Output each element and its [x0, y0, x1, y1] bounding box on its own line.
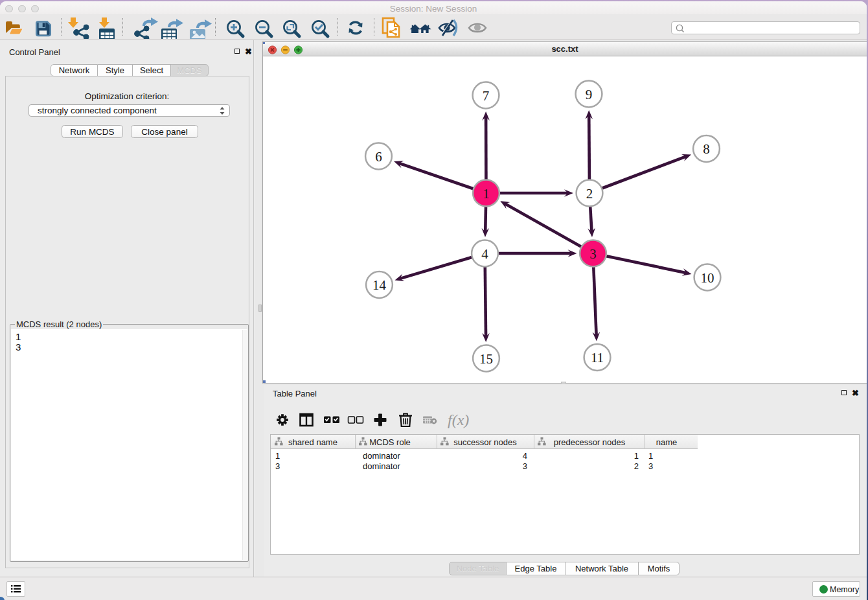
svg-text:3: 3: [589, 246, 597, 262]
svg-text:7: 7: [483, 88, 490, 104]
svg-text:15: 15: [479, 351, 493, 367]
svg-text:11: 11: [591, 350, 604, 365]
svg-text:14: 14: [372, 277, 387, 293]
svg-text:1: 1: [483, 186, 490, 202]
svg-text:4: 4: [481, 246, 488, 262]
svg-text:f(x): f(x): [448, 411, 469, 428]
svg-text:2: 2: [586, 186, 593, 202]
svg-text:9: 9: [586, 87, 593, 102]
svg-text:8: 8: [703, 141, 710, 157]
svg-text:6: 6: [375, 149, 382, 165]
svg-text:10: 10: [701, 270, 714, 286]
